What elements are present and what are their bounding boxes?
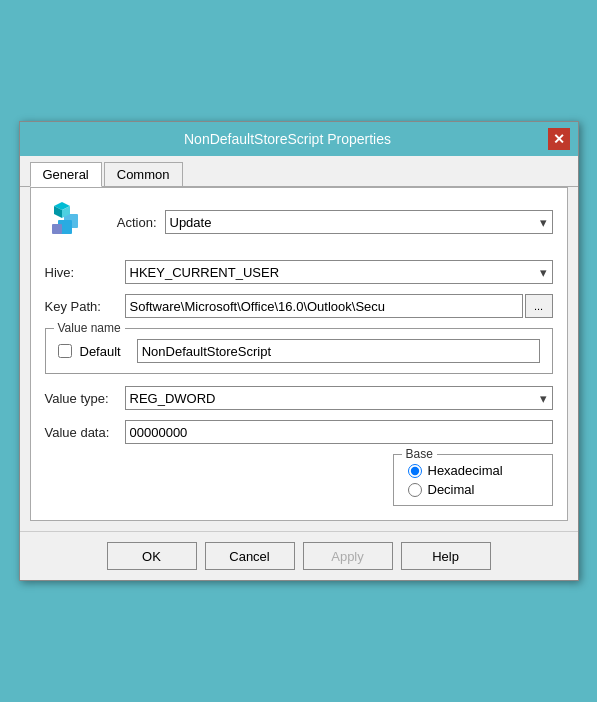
value-data-row: Value data: xyxy=(45,420,553,444)
key-path-row: Key Path: ... xyxy=(45,294,553,318)
action-label: Action: xyxy=(95,215,165,230)
svg-rect-1 xyxy=(64,214,78,228)
tab-content: Action: Update Create Delete Replace Hiv… xyxy=(30,187,568,521)
base-legend: Base xyxy=(402,447,437,461)
value-name-legend: Value name xyxy=(54,321,125,335)
value-name-input[interactable] xyxy=(137,339,540,363)
hive-select-wrapper: HKEY_CURRENT_USER HKEY_LOCAL_MACHINE HKE… xyxy=(125,260,553,284)
browse-button[interactable]: ... xyxy=(525,294,553,318)
value-type-row: Value type: REG_DWORD REG_SZ REG_BINARY … xyxy=(45,386,553,410)
value-name-group: Value name Default xyxy=(45,328,553,374)
value-type-select-wrapper: REG_DWORD REG_SZ REG_BINARY REG_EXPAND_S… xyxy=(125,386,553,410)
help-button[interactable]: Help xyxy=(401,542,491,570)
value-data-label: Value data: xyxy=(45,425,125,440)
properties-dialog: NonDefaultStoreScript Properties ✕ Gener… xyxy=(19,121,579,581)
hexadecimal-radio[interactable] xyxy=(408,464,422,478)
apply-button[interactable]: Apply xyxy=(303,542,393,570)
base-group: Base Hexadecimal Decimal xyxy=(393,454,553,506)
action-row: Action: Update Create Delete Replace xyxy=(45,202,553,242)
title-bar: NonDefaultStoreScript Properties ✕ xyxy=(20,122,578,156)
registry-icon-area xyxy=(45,202,95,242)
hexadecimal-label: Hexadecimal xyxy=(428,463,503,478)
default-checkbox-row: Default xyxy=(58,339,540,363)
svg-rect-5 xyxy=(52,224,62,234)
hexadecimal-row: Hexadecimal xyxy=(408,463,538,478)
value-type-select[interactable]: REG_DWORD REG_SZ REG_BINARY REG_EXPAND_S… xyxy=(125,386,553,410)
value-type-label: Value type: xyxy=(45,391,125,406)
window-title: NonDefaultStoreScript Properties xyxy=(28,131,548,147)
tab-common[interactable]: Common xyxy=(104,162,183,186)
default-checkbox[interactable] xyxy=(58,344,72,358)
tab-bar: General Common xyxy=(20,156,578,187)
decimal-label: Decimal xyxy=(428,482,475,497)
hive-select[interactable]: HKEY_CURRENT_USER HKEY_LOCAL_MACHINE HKE… xyxy=(125,260,553,284)
value-data-input[interactable] xyxy=(125,420,553,444)
button-bar: OK Cancel Apply Help xyxy=(20,531,578,580)
tab-general[interactable]: General xyxy=(30,162,102,187)
default-label: Default xyxy=(80,344,121,359)
close-button[interactable]: ✕ xyxy=(548,128,570,150)
registry-icon xyxy=(50,202,90,242)
action-select-wrapper: Update Create Delete Replace xyxy=(165,210,553,234)
ok-button[interactable]: OK xyxy=(107,542,197,570)
action-select[interactable]: Update Create Delete Replace xyxy=(165,210,553,234)
key-path-label: Key Path: xyxy=(45,299,125,314)
hive-row: Hive: HKEY_CURRENT_USER HKEY_LOCAL_MACHI… xyxy=(45,260,553,284)
hive-label: Hive: xyxy=(45,265,125,280)
key-path-input[interactable] xyxy=(125,294,523,318)
decimal-radio[interactable] xyxy=(408,483,422,497)
decimal-row: Decimal xyxy=(408,482,538,497)
bottom-area: Base Hexadecimal Decimal xyxy=(45,454,553,506)
cancel-button[interactable]: Cancel xyxy=(205,542,295,570)
